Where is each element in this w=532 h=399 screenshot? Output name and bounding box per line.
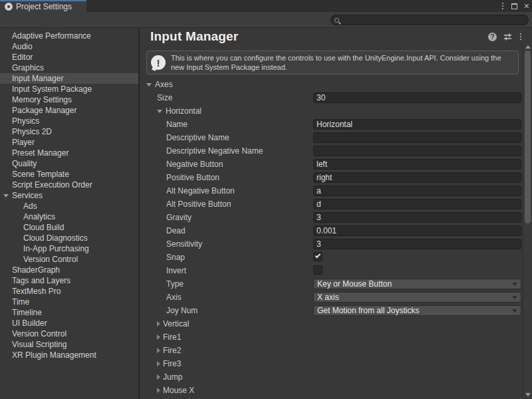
field-zone: X axis	[313, 292, 521, 303]
help-icon[interactable]: ?	[488, 33, 497, 41]
vertical-scrollbar[interactable]	[523, 43, 532, 399]
sidebar-item-services-analytics[interactable]: Analytics	[0, 211, 138, 222]
row-positive-button: Positive Button	[140, 171, 532, 184]
field-label-positive-button: Positive Button	[140, 173, 219, 182]
foldout-closed-icon[interactable]	[157, 374, 160, 380]
dropdown-type[interactable]: Key or Mouse Button	[313, 279, 521, 289]
text-input-gravity[interactable]	[313, 212, 521, 223]
field-zone: Key or Mouse Button	[313, 279, 521, 289]
presets-icon[interactable]	[503, 33, 512, 41]
text-input-size[interactable]	[313, 92, 521, 103]
sidebar-item-memory-settings[interactable]: Memory Settings	[0, 94, 138, 105]
scroll-down-icon[interactable]	[525, 393, 531, 396]
text-input-sensitivity[interactable]	[313, 239, 521, 249]
settings-category-list: Adaptive PerformanceAudioEditorGraphicsI…	[0, 28, 140, 399]
sidebar-item-services[interactable]: Services	[0, 190, 138, 201]
foldout-open-icon[interactable]	[157, 110, 162, 113]
foldout-axes[interactable]: Axes	[140, 80, 173, 89]
text-input-descriptive-name[interactable]	[313, 132, 521, 143]
tab-project-settings[interactable]: Project Settings	[0, 0, 86, 12]
foldout-closed-icon[interactable]	[157, 348, 160, 353]
sidebar-item-input-system-package[interactable]: Input System Package	[0, 84, 138, 94]
sidebar-item-audio[interactable]: Audio	[0, 41, 138, 52]
sidebar-item-preset-manager[interactable]: Preset Manager	[0, 148, 138, 158]
sidebar-item-scene-template[interactable]: Scene Template	[0, 169, 138, 180]
foldout-label: Fire3	[163, 359, 181, 368]
text-input-negative-button[interactable]	[313, 159, 521, 170]
foldout-closed-icon[interactable]	[157, 361, 160, 366]
row-joy-num: Joy NumGet Motion from all Joysticks	[140, 304, 532, 317]
sidebar-item-editor[interactable]: Editor	[0, 52, 138, 63]
sidebar-item-physics[interactable]: Physics	[0, 116, 138, 126]
scrollbar-thumb[interactable]	[525, 51, 531, 223]
sidebar-item-label: Editor	[12, 53, 33, 62]
sidebar-item-physics-2d[interactable]: Physics 2D	[0, 126, 138, 137]
chevron-down-icon	[512, 296, 517, 299]
window-menu-icon[interactable]	[501, 1, 505, 11]
sidebar-item-shadergraph[interactable]: ShaderGraph	[0, 265, 138, 275]
sidebar-item-visual-scripting[interactable]: Visual Scripting	[0, 339, 138, 350]
sidebar-item-graphics[interactable]: Graphics	[0, 63, 138, 73]
field-label-snap: Snap	[140, 253, 185, 262]
text-input-positive-button[interactable]	[313, 172, 521, 183]
foldout-jump[interactable]: Jump	[140, 372, 182, 382]
sidebar-item-player[interactable]: Player	[0, 137, 138, 148]
search-box[interactable]	[331, 15, 529, 25]
close-icon[interactable]: ×	[524, 2, 529, 10]
sidebar-item-services-version-control[interactable]: Version Control	[0, 254, 138, 265]
foldout-horizontal[interactable]: Horizontal	[140, 106, 201, 116]
sidebar-item-label: Input Manager	[12, 74, 63, 83]
sidebar-item-services-cloud-diagnostics[interactable]: Cloud Diagnostics	[0, 233, 138, 243]
sidebar-item-textmesh-pro[interactable]: TextMesh Pro	[0, 286, 138, 297]
maximize-icon[interactable]	[511, 3, 517, 9]
text-input-alt-negative-button[interactable]	[313, 186, 521, 196]
foldout-closed-icon[interactable]	[157, 334, 160, 340]
foldout-fire1[interactable]: Fire1	[140, 332, 181, 342]
sidebar-item-timeline[interactable]: Timeline	[0, 307, 138, 318]
foldout-closed-icon[interactable]	[157, 321, 160, 327]
foldout-open-icon[interactable]	[3, 194, 9, 198]
sidebar-item-tags-and-layers[interactable]: Tags and Layers	[0, 275, 138, 286]
foldout-closed-icon[interactable]	[157, 388, 160, 393]
sidebar-item-services-in-app-purchasing[interactable]: In-App Purchasing	[0, 243, 138, 254]
dropdown-axis[interactable]: X axis	[313, 292, 521, 303]
sidebar-item-version-control[interactable]: Version Control	[0, 329, 138, 339]
text-input-dead[interactable]	[313, 225, 521, 236]
text-input-descriptive-negative-name[interactable]	[313, 146, 521, 156]
foldout-label: Vertical	[163, 319, 189, 329]
text-input-name[interactable]	[313, 119, 521, 130]
checkbox-invert[interactable]	[313, 265, 323, 275]
row-invert: Invert	[140, 264, 532, 277]
chevron-down-icon	[512, 283, 517, 286]
field-zone	[313, 146, 521, 156]
row-fire2: Fire2	[140, 344, 532, 357]
field-zone	[313, 265, 521, 276]
sidebar-item-quality[interactable]: Quality	[0, 158, 138, 169]
sidebar-item-xr-plugin-management[interactable]: XR Plugin Management	[0, 350, 138, 360]
sidebar-item-package-manager[interactable]: Package Manager	[0, 105, 138, 116]
field-zone	[313, 172, 521, 183]
sidebar-item-adaptive-performance[interactable]: Adaptive Performance	[0, 31, 138, 41]
sidebar-item-services-ads[interactable]: Ads	[0, 201, 138, 211]
text-input-alt-positive-button[interactable]	[313, 199, 521, 209]
foldout-fire3[interactable]: Fire3	[140, 359, 181, 368]
search-input[interactable]	[339, 16, 528, 24]
field-zone	[313, 119, 521, 130]
field-zone	[313, 186, 521, 196]
dropdown-joy-num[interactable]: Get Motion from all Joysticks	[313, 305, 521, 316]
sidebar-item-input-manager[interactable]: Input Manager	[0, 73, 138, 84]
sidebar-item-time[interactable]: Time	[0, 297, 138, 307]
panel-menu-icon[interactable]	[519, 32, 523, 41]
row-alt-positive-button: Alt Positive Button	[140, 198, 532, 211]
row-size: Size	[140, 91, 532, 104]
sidebar-item-script-execution-order[interactable]: Script Execution Order	[0, 180, 138, 190]
sidebar-item-services-cloud-build[interactable]: Cloud Build	[0, 222, 138, 233]
scroll-up-icon[interactable]	[525, 45, 531, 49]
foldout-vertical[interactable]: Vertical	[140, 319, 189, 329]
foldout-mouse-x[interactable]: Mouse X	[140, 386, 194, 395]
foldout-fire2[interactable]: Fire2	[140, 346, 181, 355]
sidebar-item-ui-builder[interactable]: UI Builder	[0, 318, 138, 329]
checkbox-snap[interactable]	[313, 252, 323, 261]
field-label-type: Type	[140, 279, 184, 289]
foldout-open-icon[interactable]	[146, 83, 152, 86]
